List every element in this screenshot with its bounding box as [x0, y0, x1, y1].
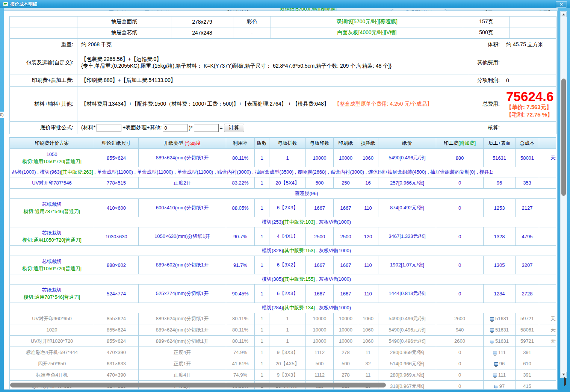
cell: 1444[0.813元/张] — [378, 285, 436, 303]
cell — [539, 177, 556, 189]
col-header: 开纸类型 (*):高度 — [139, 138, 226, 149]
scheme-row[interactable]: 四开750*650631×633正度1开41.61%120【4X5】500500… — [10, 358, 556, 369]
cell: 88.05% — [226, 199, 255, 217]
cell: 9【3X3】 — [269, 369, 306, 381]
formula-input-1[interactable] — [97, 124, 121, 132]
gross-margin: 【毛利: 72.75 %】 — [506, 111, 556, 118]
calculate-button[interactable]: 计算 — [224, 124, 244, 132]
cell: 855×624 — [94, 149, 139, 167]
cell: 1 — [269, 336, 306, 347]
cell: 2500 — [306, 227, 334, 246]
h-scroll-thumb[interactable] — [10, 383, 386, 387]
col-header: 版数 — [255, 138, 269, 149]
scheme-row[interactable]: 芯纸裁切模切:通用1050*720[普通刀]888×602889×602(mm)… — [10, 256, 556, 274]
cell: 20【4X5】 — [269, 358, 306, 369]
horizontal-scrollbar[interactable] — [6, 382, 555, 388]
cell: 280[0.969元/张] — [378, 369, 436, 381]
unit-price: 【单价: 7.563元】 — [506, 103, 556, 111]
cell: 1 — [269, 324, 306, 336]
cell: 80.11% — [226, 336, 255, 347]
formula-input-2[interactable] — [163, 124, 187, 132]
cell: 889×624(mm)分切纸1开 — [139, 336, 226, 347]
cell: 96 — [484, 358, 516, 369]
monitor-icon — [490, 340, 494, 343]
cell: 58061 — [516, 324, 539, 336]
cell: 6【2X3】 — [269, 285, 306, 303]
cell: 470×390 — [94, 369, 139, 381]
cell: 58001 — [516, 149, 539, 167]
cell: 940 — [436, 324, 484, 336]
scheme-row[interactable]: 1020855×624889×624(mm)分切纸1开80.11%1110000… — [10, 324, 556, 336]
cell: 0 — [436, 285, 484, 303]
cell-scheme-name: UV对开印960*650 — [10, 313, 94, 324]
scheme-row[interactable]: 芯纸裁切模切:通用1050*720[普通刀]1030×6301050×630(m… — [10, 227, 556, 246]
cell: 1 — [255, 256, 269, 274]
cell: 600×410(mm)分切纸1开 — [139, 199, 226, 217]
print-fee-label: 印刷费+后加工费: — [10, 74, 77, 87]
cell: 1667 — [306, 199, 334, 217]
col-header: 印刷费计价方案 — [10, 138, 94, 149]
cell: 32 — [358, 358, 378, 369]
cell: 2600 — [436, 336, 484, 347]
monitor-icon — [493, 374, 497, 377]
cell: 514[0.966元/张] — [378, 358, 436, 369]
cell: 278 — [334, 347, 358, 358]
scheme-row[interactable]: UV对开印787*546778×515正度2开83.22%120【5X4】500… — [10, 177, 556, 189]
dialog-body: 抽屉盒面纸 278x279 彩色 双铜纸[5700元/吨][覆哑膜] 157克 … — [4, 11, 558, 390]
close-button[interactable]: × — [556, 1, 567, 8]
scheme-row[interactable]: UV对开印1020*720855×624889×624(mm)分切纸1开80.1… — [10, 336, 556, 347]
cell: 4795 — [516, 227, 539, 246]
cell: 110 — [358, 256, 378, 274]
per-unit-cost-note: 【整盒成型原单个费用: 4.250 元/个成品】 — [334, 101, 432, 107]
cell: 1 — [255, 336, 269, 347]
cell: 280[0.969元/张] — [378, 347, 436, 358]
cell: 353 — [516, 177, 539, 189]
packing-line-1: 【包装费:2265.56】+【运输费:0】 — [81, 56, 469, 63]
vertical-scrollbar[interactable] — [560, 11, 567, 378]
col-header: 每版拼数 — [269, 138, 306, 149]
scroll-down-button[interactable] — [561, 372, 567, 377]
cell-scheme-name: 标准彩色4开机-597*444 — [10, 347, 94, 358]
scheme-row[interactable]: 标准单色4开机470×390正度4开74.9%19【3X3】1112278112… — [10, 369, 556, 381]
scroll-right-button[interactable] — [564, 378, 566, 385]
cell: 889×602(mm)分切纸1开 — [139, 256, 226, 274]
summary-row-material: 材料+辅料+其他: 【材料费用:13434】+【配件费:1500（材料费：100… — [10, 87, 556, 122]
weight-label: 重量: — [10, 39, 77, 51]
formula-input-3[interactable] — [194, 124, 219, 132]
cell — [539, 358, 556, 369]
v-scroll-thumb[interactable] — [561, 79, 566, 196]
cell: 正度1开 — [139, 358, 226, 369]
other-fee-label: 其他费用: — [469, 51, 503, 74]
cell: 855×624 — [94, 324, 139, 336]
cell: 0 — [436, 369, 484, 381]
cell: 2500 — [334, 227, 358, 246]
cell: 0 — [436, 358, 484, 369]
monitor-icon — [490, 317, 494, 321]
cell: 天盒 — [539, 336, 556, 347]
cell: 5490[0.496元/张] — [378, 324, 436, 336]
cell: 83.22% — [226, 177, 255, 189]
cell: 0 — [436, 199, 484, 217]
cell: 1667 — [334, 285, 358, 303]
scheme-row[interactable]: UV对开印960*650855×624889×624(mm)分切纸1开80.11… — [10, 313, 556, 324]
cell: 120 — [358, 227, 378, 246]
cell-paper-weight: 157克 — [463, 17, 510, 27]
cell: 111 — [484, 347, 516, 358]
cell — [539, 285, 556, 303]
scheme-row[interactable]: 芯纸裁切模切:通用787*546[普通刀]524×774525×774(mm)分… — [10, 285, 556, 303]
scroll-up-button[interactable] — [561, 12, 567, 17]
cell: 1 — [255, 285, 269, 303]
scheme-row[interactable]: 芯纸裁切模切:通用787*546[普通刀]410×600600×410(mm)分… — [10, 199, 556, 217]
cell: 6【3X2】 — [269, 256, 306, 274]
cell: 20【5X4】 — [269, 177, 306, 189]
cell: 51631 — [484, 336, 516, 347]
cell: 90.45% — [226, 285, 255, 303]
cell: 1667 — [306, 256, 334, 274]
cell-paper-color: 彩色 — [233, 17, 271, 27]
cell: 1 — [255, 199, 269, 217]
scheme-row[interactable]: 1050模切:通用1050*720[普通刀]855×624889×624(mm)… — [10, 149, 556, 167]
quote-cost-dialog: 报价成本明细 × 专车运输 散货运输 【运送地址: 华表地区 选择运送地址 【用… — [0, 0, 570, 392]
summary-row-weight: 重量: 约 2068 千克 体积: 约 45.75 立方米 — [10, 39, 556, 51]
arrow-down-icon — [562, 374, 565, 375]
scheme-row[interactable]: 标准彩色4开机-597*444470×390正度4开74.9%19【3X3】11… — [10, 347, 556, 358]
